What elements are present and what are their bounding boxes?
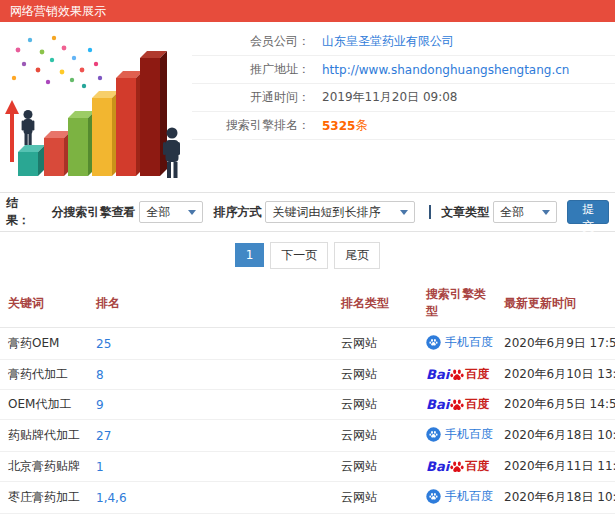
rank-link[interactable]: 25: [96, 337, 111, 351]
rank-link[interactable]: 1,4,6: [96, 491, 127, 505]
info-row-url: 推广地址： http://www.shandonghuangshengtang.…: [192, 56, 615, 84]
info-row-company: 会员公司： 山东皇圣堂药业有限公司: [192, 28, 615, 56]
article-type-marker: [429, 205, 431, 219]
keyword-cell: OEM代加工: [0, 390, 88, 420]
rank-type-cell: 云网站: [333, 482, 418, 514]
engine-cell: 手机百度: [418, 420, 496, 452]
page-title: 网络营销效果展示: [10, 4, 106, 18]
rank-type-cell: 云网站: [333, 420, 418, 452]
keyword-cell: 医疗器械厂家: [0, 514, 88, 520]
promo-url-link[interactable]: http://www.shandonghuangshengtang.cn: [322, 63, 569, 77]
sort-select-value: 关键词由短到长排序: [272, 204, 380, 221]
baidu-cn-text: 百度: [465, 396, 489, 413]
keyword-cell: 膏药代加工: [0, 360, 88, 390]
rank-type-cell: 云网站: [333, 452, 418, 482]
engine-cell: 手机百度: [418, 482, 496, 514]
baidu-cn-text: 百度: [465, 458, 489, 475]
engine-filter-label: 分搜索引擎查看: [51, 204, 135, 221]
open-time-label: 开通时间：: [192, 89, 310, 106]
rank-link[interactable]: 8: [96, 368, 104, 382]
engine-select-value: 全部: [146, 204, 170, 221]
promo-url-label: 推广地址：: [192, 61, 310, 78]
chevron-down-icon: [188, 210, 196, 215]
result-label: 结果：: [6, 195, 41, 229]
updated-cell: 2020年6月5日 14:57: [496, 390, 615, 420]
engine-label: 手机百度: [445, 426, 493, 443]
rank-link[interactable]: 9: [96, 398, 104, 412]
bar-chart-illustration-svg: [4, 30, 186, 184]
engine-cell: Bai百度: [418, 514, 496, 520]
results-table: 关键词 排名 排名类型 搜索引擎类型 最新更新时间 膏药OEM25云网站手机百度…: [0, 278, 615, 520]
rank-cell: 4: [88, 514, 333, 520]
baidu-mobile-icon: [426, 489, 441, 504]
sort-filter-label: 排序方式: [213, 204, 261, 221]
baidu-paw-icon: [450, 368, 464, 382]
last-page-button[interactable]: 尾页: [334, 242, 380, 269]
article-type-select-value: 全部: [500, 204, 524, 221]
rank-type-cell: 云网站: [333, 360, 418, 390]
rank-cell: 27: [88, 420, 333, 452]
engine-cell: Bai百度: [418, 390, 496, 420]
filter-bar: 结果： 分搜索引擎查看 全部 排序方式 关键词由短到长排序 文章类型 全部 提交: [0, 192, 615, 232]
rank-cell: 9: [88, 390, 333, 420]
keyword-cell: 北京膏药贴牌: [0, 452, 88, 482]
company-link[interactable]: 山东皇圣堂药业有限公司: [322, 33, 454, 50]
businessman-left: [22, 110, 35, 145]
info-row-rank-count: 搜索引擎排名： 5325 条: [192, 112, 615, 140]
baidu-latin-text: Bai: [426, 459, 449, 474]
engine-label: 手机百度: [445, 488, 493, 505]
engine-cell: 手机百度: [418, 328, 496, 360]
keyword-cell: 枣庄膏药加工: [0, 482, 88, 514]
table-row: 枣庄膏药加工1,4,6云网站手机百度2020年6月18日 10:19: [0, 482, 615, 514]
rank-cell: 25: [88, 328, 333, 360]
page-current[interactable]: 1: [235, 243, 265, 267]
keyword-cell: 药贴牌代加工: [0, 420, 88, 452]
header-rank-type: 排名类型: [333, 278, 418, 328]
header-keyword: 关键词: [0, 278, 88, 328]
growth-arrow-icon: [5, 100, 19, 162]
rank-cell: 1,4,6: [88, 482, 333, 514]
member-info-list: 会员公司： 山东皇圣堂药业有限公司 推广地址： http://www.shand…: [192, 22, 615, 140]
table-row: 医疗器械厂家4云网站Bai百度2020年5月29日 10:32: [0, 514, 615, 520]
baidu-mobile-brand: 手机百度: [426, 334, 493, 351]
rank-link[interactable]: 1: [96, 460, 104, 474]
filter-controls: 分搜索引擎查看 全部 排序方式 关键词由短到长排序 文章类型 全部 提交: [41, 200, 609, 224]
baidu-mobile-brand: 手机百度: [426, 426, 493, 443]
chevron-down-icon: [542, 210, 550, 215]
updated-cell: 2020年5月29日 10:32: [496, 514, 615, 520]
rank-type-cell: 云网站: [333, 328, 418, 360]
engine-select[interactable]: 全部: [139, 201, 203, 223]
header-engine-type: 搜索引擎类型: [418, 278, 496, 328]
rank-type-cell: 云网站: [333, 390, 418, 420]
table-row: 药贴牌代加工27云网站手机百度2020年6月18日 10:25: [0, 420, 615, 452]
header-rank: 排名: [88, 278, 333, 328]
baidu-mobile-brand: 手机百度: [426, 488, 493, 505]
info-row-open-time: 开通时间： 2019年11月20日 09:08: [192, 84, 615, 112]
updated-cell: 2020年6月9日 17:50: [496, 328, 615, 360]
engine-label: 手机百度: [445, 334, 493, 351]
engine-cell: Bai百度: [418, 360, 496, 390]
results-table-body: 膏药OEM25云网站手机百度2020年6月9日 17:50膏药代加工8云网站Ba…: [0, 328, 615, 520]
submit-button[interactable]: 提交: [567, 200, 609, 224]
baidu-paw-icon: [450, 460, 464, 474]
sort-select[interactable]: 关键词由短到长排序: [265, 201, 415, 223]
rank-link[interactable]: 27: [96, 429, 111, 443]
table-row: 膏药OEM25云网站手机百度2020年6月9日 17:50: [0, 328, 615, 360]
next-page-button[interactable]: 下一页: [270, 242, 328, 269]
updated-cell: 2020年6月18日 10:19: [496, 482, 615, 514]
baidu-mobile-icon: [426, 335, 441, 350]
baidu-mobile-icon: [426, 427, 441, 442]
table-header-row: 关键词 排名 排名类型 搜索引擎类型 最新更新时间: [0, 278, 615, 328]
engine-cell: Bai百度: [418, 452, 496, 482]
baidu-paw-icon: [450, 398, 464, 412]
article-type-select[interactable]: 全部: [493, 201, 557, 223]
rank-count-unit: 条: [355, 117, 367, 134]
baidu-latin-text: Bai: [426, 397, 449, 412]
rank-cell: 8: [88, 360, 333, 390]
baidu-latin-text: Bai: [426, 367, 449, 382]
updated-cell: 2020年6月11日 11:18: [496, 452, 615, 482]
marketing-illustration: [4, 30, 186, 184]
header-updated: 最新更新时间: [496, 278, 615, 328]
rank-count-value: 5325: [322, 119, 355, 133]
article-type-label: 文章类型: [441, 204, 489, 221]
